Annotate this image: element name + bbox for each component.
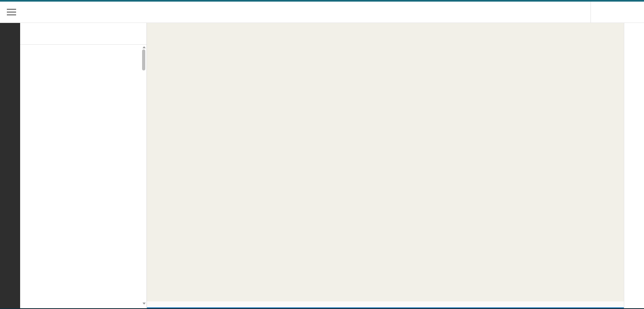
attribution-bar [147, 301, 624, 307]
scroll-down-icon[interactable] [142, 303, 146, 305]
right-toolbar [624, 23, 644, 309]
app-header [0, 2, 644, 23]
sign-in-button[interactable] [591, 2, 644, 23]
scrollbar-thumb[interactable] [142, 49, 145, 70]
scroll-up-icon[interactable] [142, 46, 146, 48]
map-canvas[interactable] [147, 23, 624, 309]
menu-icon[interactable] [0, 2, 23, 23]
land-background [147, 23, 624, 309]
basemap [147, 23, 624, 309]
close-icon[interactable] [134, 32, 141, 35]
legend-scrollbar[interactable] [142, 46, 146, 305]
left-toolbar [0, 23, 20, 309]
legend-panel [20, 23, 147, 309]
